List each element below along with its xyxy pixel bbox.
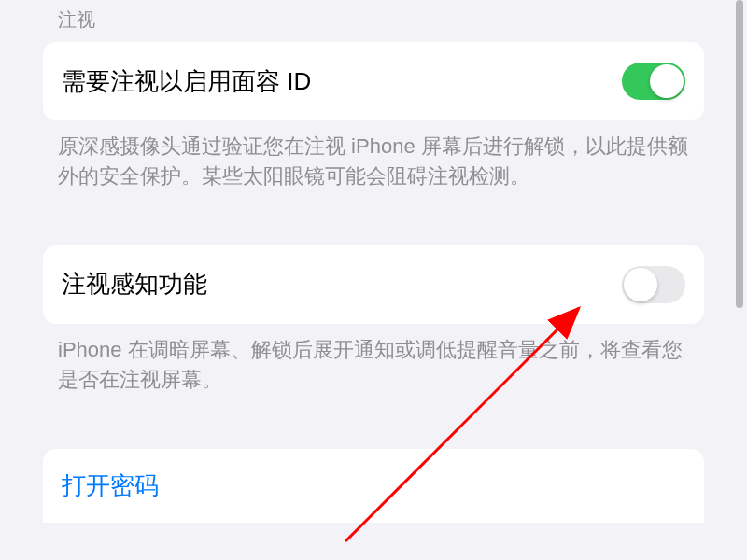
settings-container: 注视 需要注视以启用面容 ID 原深感摄像头通过验证您在注视 iPhone 屏幕… (0, 0, 747, 523)
scrollbar[interactable] (736, 0, 743, 308)
setting-row-require-attention[interactable]: 需要注视以启用面容 ID (43, 42, 704, 120)
toggle-require-attention[interactable] (622, 63, 685, 100)
setting-label: 需要注视以启用面容 ID (62, 65, 311, 98)
toggle-attention-aware[interactable] (622, 266, 685, 303)
setting-label: 注视感知功能 (62, 268, 207, 301)
toggle-knob (624, 268, 657, 301)
link-row-passcode[interactable]: 打开密码 (43, 449, 704, 523)
link-label: 打开密码 (62, 471, 159, 499)
section-header: 注视 (43, 0, 704, 42)
setting-row-attention-aware[interactable]: 注视感知功能 (43, 245, 704, 324)
setting-description: iPhone 在调暗屏幕、解锁后展开通知或调低提醒音量之前，将查看您是否在注视屏… (43, 324, 704, 423)
toggle-knob (650, 64, 684, 98)
setting-description: 原深感摄像头通过验证您在注视 iPhone 屏幕后进行解锁，以此提供额外的安全保… (43, 120, 704, 219)
